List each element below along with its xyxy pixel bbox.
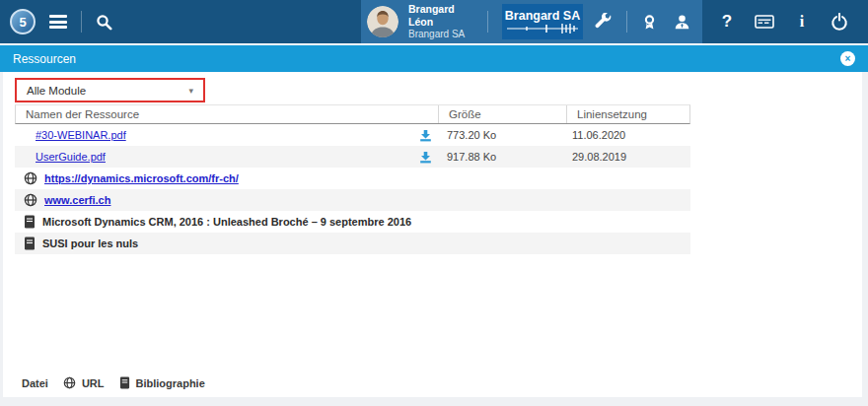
download-icon[interactable]: [419, 151, 432, 164]
add-file-label: Datei: [22, 377, 48, 389]
divider: [487, 11, 488, 33]
book-icon: [24, 215, 36, 229]
resource-date: 11.06.2020: [565, 129, 690, 141]
app-logo[interactable]: 5: [10, 9, 36, 34]
globe-icon: [63, 376, 76, 389]
resource-name-cell: www.cerfi.ch: [15, 189, 690, 211]
top-navbar: 5 Brangard Léon B: [0, 0, 868, 43]
resource-size: 917.88 Ko: [437, 151, 565, 163]
company-logo[interactable]: Brangard SA: [502, 4, 583, 39]
bibliography-title: SUSI pour les nuls: [42, 237, 138, 249]
user-names[interactable]: Brangard Léon Brangard SA: [408, 3, 473, 41]
resource-date: 29.08.2019: [565, 151, 690, 163]
resource-name-cell: UserGuide.pdf: [15, 146, 437, 168]
add-file-button[interactable]: Datei: [22, 377, 48, 389]
add-resource-actions: Datei URL Bibliographie: [22, 376, 220, 389]
module-filter-value: Alle Module: [27, 85, 188, 97]
column-header-name: Namen der Ressource: [16, 105, 438, 123]
globe-icon: [24, 193, 37, 207]
add-bibliography-label: Bibliographie: [136, 377, 205, 389]
company-logo-text: Brangard SA: [505, 10, 580, 24]
bibliography-title: Microsoft Dynamics CRM, 2016 : Unleashed…: [42, 216, 411, 228]
page-title: Ressourcen: [13, 52, 76, 66]
divider: [626, 11, 627, 33]
download-icon[interactable]: [419, 129, 432, 142]
person-icon[interactable]: [674, 14, 690, 31]
navbar-right: Brangard Léon Brangard SA Brangard SA: [361, 0, 868, 43]
column-header-size: Größe: [438, 105, 566, 123]
chevron-down-icon: ▾: [188, 86, 193, 96]
list-icon[interactable]: [750, 14, 779, 30]
resource-name-cell: https://dynamics.microsoft.com/fr-ch/: [15, 168, 690, 189]
globe-icon: [24, 171, 37, 185]
book-icon: [24, 237, 36, 250]
module-filter-dropdown[interactable]: Alle Module ▾: [15, 78, 205, 102]
table-row[interactable]: SUSI pour les nuls: [15, 233, 690, 254]
table-row[interactable]: https://dynamics.microsoft.com/fr-ch/: [15, 168, 690, 189]
close-icon[interactable]: ×: [840, 51, 855, 66]
add-url-button[interactable]: URL: [63, 376, 105, 389]
menu-icon[interactable]: [49, 15, 67, 29]
table-row[interactable]: UserGuide.pdf 917.88 Ko 29.08.2019: [15, 146, 690, 168]
url-link[interactable]: www.cerfi.ch: [44, 194, 110, 206]
wrench-icon[interactable]: [595, 13, 613, 31]
info-icon[interactable]: i: [787, 13, 817, 31]
book-icon: [119, 376, 130, 389]
navbar-system-icons: ? i: [702, 0, 868, 43]
module-titlebar: Ressourcen ×: [0, 43, 868, 72]
app-logo-text: 5: [19, 15, 26, 30]
resources-table: Namen der Ressource Größe Liniensetzung …: [15, 104, 690, 254]
user-name: Brangard Léon: [408, 3, 473, 29]
resource-size: 773.20 Ko: [437, 129, 565, 141]
table-row[interactable]: Microsoft Dynamics CRM, 2016 : Unleashed…: [15, 211, 690, 233]
table-header: Namen der Ressource Größe Liniensetzung: [15, 104, 690, 124]
navbar-left: 5: [0, 0, 112, 43]
column-header-date: Liniensetzung: [566, 105, 691, 123]
table-row[interactable]: www.cerfi.ch: [15, 189, 690, 211]
search-icon[interactable]: [96, 14, 112, 31]
divider: [81, 11, 82, 33]
resource-name-cell: SUSI pour les nuls: [15, 233, 690, 254]
add-url-label: URL: [82, 377, 105, 389]
file-link[interactable]: UserGuide.pdf: [36, 151, 106, 163]
user-section: Brangard Léon Brangard SA Brangard SA: [361, 0, 702, 43]
resource-name-cell: #30-WEBINAR.pdf: [15, 124, 437, 146]
url-link[interactable]: https://dynamics.microsoft.com/fr-ch/: [44, 172, 239, 184]
content-panel: Alle Module ▾ Namen der Ressource Größe …: [3, 72, 862, 397]
power-icon[interactable]: [825, 13, 854, 31]
resource-name-cell: Microsoft Dynamics CRM, 2016 : Unleashed…: [15, 211, 690, 233]
medal-icon[interactable]: [641, 14, 658, 31]
help-icon[interactable]: ?: [712, 12, 742, 32]
app-window: 5 Brangard Léon B: [0, 0, 868, 406]
table-row[interactable]: #30-WEBINAR.pdf 773.20 Ko 11.06.2020: [15, 124, 690, 146]
file-link[interactable]: #30-WEBINAR.pdf: [36, 129, 126, 141]
avatar[interactable]: [367, 6, 398, 37]
company-logo-waveform: [507, 23, 578, 34]
user-company: Brangard SA: [408, 29, 473, 41]
add-bibliography-button[interactable]: Bibliographie: [119, 376, 205, 389]
